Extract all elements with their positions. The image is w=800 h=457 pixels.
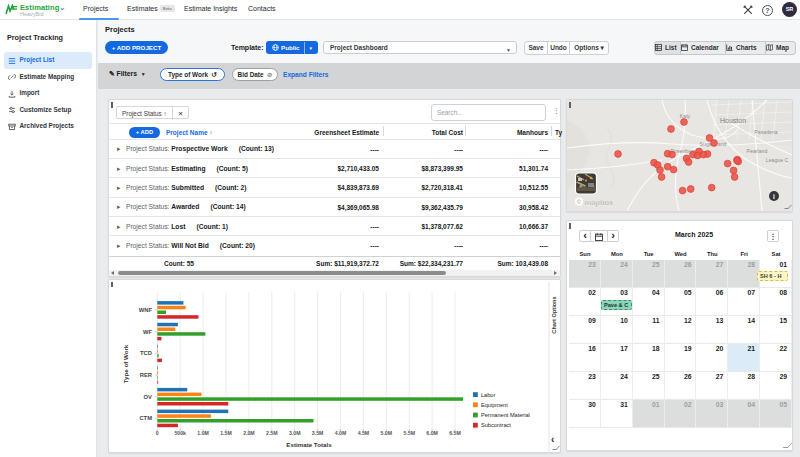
svg-text:‹: ‹: [551, 434, 554, 445]
svg-text:RER: RER: [140, 372, 153, 378]
svg-text:Pearland: Pearland: [747, 148, 768, 154]
svg-text:Katy: Katy: [680, 113, 691, 119]
svg-text:Chart Options: Chart Options: [551, 296, 557, 333]
svg-text:OV: OV: [144, 394, 153, 400]
svg-text:©: ©: [577, 199, 581, 205]
svg-text:Houston: Houston: [720, 117, 746, 124]
svg-text:CTM: CTM: [139, 415, 152, 421]
svg-text:TCD: TCD: [140, 350, 152, 356]
svg-text:Type of Work: Type of Work: [122, 344, 129, 383]
svg-text:Pasadena: Pasadena: [754, 129, 777, 135]
svg-text:League C: League C: [766, 157, 789, 163]
svg-text:WF: WF: [143, 329, 152, 335]
svg-text:WNF: WNF: [139, 307, 153, 313]
svg-text:Equipment: Equipment: [481, 402, 508, 408]
svg-text:Permanent Material: Permanent Material: [481, 412, 530, 418]
svg-text:i: i: [773, 193, 775, 200]
svg-text:Labor: Labor: [481, 392, 495, 398]
svg-text:Estimate Totals: Estimate Totals: [286, 441, 332, 448]
svg-text:mapbox: mapbox: [585, 198, 615, 207]
svg-text:Subcontract: Subcontract: [481, 422, 511, 428]
